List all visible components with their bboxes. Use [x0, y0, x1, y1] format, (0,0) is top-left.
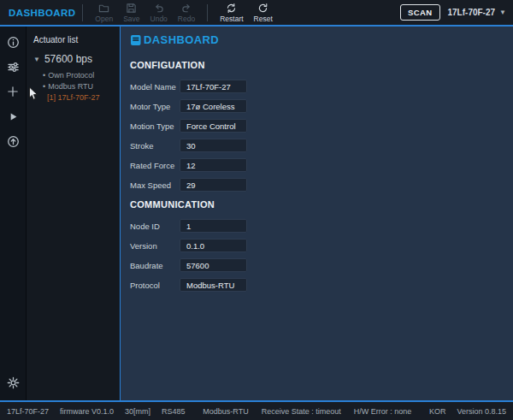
section-title: CONFIGUATION	[130, 60, 513, 70]
status-item: H/W Error : none	[354, 407, 412, 416]
section-communication: COMMUNICATIONNode IDVersionBaudrateProto…	[130, 199, 513, 292]
field-row: Motor Type	[130, 99, 513, 113]
undo-icon	[153, 3, 164, 14]
toolbar-button-label: Redo	[178, 15, 195, 23]
status-item: Modbus-RTU	[203, 407, 248, 416]
tree-item[interactable]: •Modbus RTU	[33, 81, 113, 92]
version-input[interactable]	[180, 239, 247, 252]
motor-type-input[interactable]	[180, 99, 247, 113]
redo-button[interactable]: Redo	[173, 2, 200, 24]
device-selector-dropdown[interactable]: 17Lf-70F-27 ▼	[448, 8, 507, 17]
app-body: Actuator list ▼ 57600 bps •Own Protocol•…	[0, 27, 513, 400]
sidebar-icon-stack	[3, 33, 22, 157]
status-item: KOR	[429, 407, 446, 416]
toolbar-button-label: Reset	[254, 15, 273, 23]
floppy-icon	[126, 3, 137, 14]
tree-node-baudrate[interactable]: ▼ 57600 bps	[33, 53, 113, 65]
tree-item-label: [1] 17Lf-70F-27	[47, 93, 100, 102]
reset-button[interactable]: Reset	[249, 2, 278, 24]
field-label: Motor Type	[130, 102, 180, 111]
baudrate-input[interactable]	[180, 258, 247, 272]
device-selector-label: 17Lf-70F-27	[448, 8, 496, 17]
protocol-input[interactable]	[180, 278, 247, 292]
actuator-list-panel: Actuator list ▼ 57600 bps •Own Protocol•…	[26, 27, 120, 400]
folder-icon	[98, 3, 109, 14]
toolbar-button-label: Undo	[150, 15, 168, 23]
info-icon[interactable]	[3, 33, 22, 51]
field-row: Motion Type	[130, 119, 513, 133]
undo-button[interactable]: Undo	[145, 2, 173, 24]
toolbar-button-label: Restart	[220, 15, 243, 23]
field-label: Baudrate	[130, 261, 180, 270]
status-item: Version 0.8.15	[457, 407, 506, 416]
toolbar-button-label: Save	[123, 15, 139, 23]
field-row: Baudrate	[130, 258, 513, 272]
plus-icon[interactable]	[3, 82, 22, 101]
app-window: DASHBOARD OpenSaveUndoRedoRestartReset S…	[0, 0, 513, 420]
bullet-icon: •	[43, 82, 45, 91]
toolbar-divider	[82, 4, 83, 21]
tree-children: •Own Protocol•Modbus RTU[1] 17Lf-70F-27	[33, 70, 113, 104]
main-content: DASHBOARD CONFIGUATIONModel NameMotor Ty…	[120, 27, 513, 400]
tree-root-label: 57600 bps	[44, 53, 92, 65]
status-bar: 17Lf-70F-27firmware V0.1.030[mm]RS485 Mo…	[0, 400, 513, 420]
field-label: Version	[130, 241, 180, 251]
field-label: Node ID	[130, 222, 180, 231]
status-item: 30[mm]	[125, 407, 150, 416]
toolbar-button-label: Open	[95, 15, 113, 23]
play-icon[interactable]	[3, 107, 22, 126]
restart-button[interactable]: Restart	[215, 2, 248, 24]
tree-item-label: Modbus RTU	[48, 82, 93, 91]
app-logo: DASHBOARD	[9, 8, 75, 18]
motion-type-input[interactable]	[180, 119, 247, 133]
tree-item-selected-actuator[interactable]: [1] 17Lf-70F-27	[33, 92, 113, 104]
open-button[interactable]: Open	[90, 2, 118, 24]
gear-icon[interactable]	[3, 373, 22, 392]
save-button[interactable]: Save	[118, 2, 144, 24]
dashboard-header: DASHBOARD	[130, 33, 513, 46]
field-row: Protocol	[130, 278, 513, 292]
tree-item[interactable]: •Own Protocol	[33, 70, 113, 81]
section-configuation: CONFIGUATIONModel NameMotor TypeMotion T…	[130, 60, 513, 192]
field-row: Stroke	[130, 139, 513, 152]
field-label: Model Name	[130, 82, 180, 92]
stroke-input[interactable]	[180, 139, 247, 152]
field-row: Version	[130, 239, 513, 252]
page-title: DASHBOARD	[144, 33, 219, 46]
status-left-group: 17Lf-70F-27firmware V0.1.030[mm]RS485	[7, 407, 186, 416]
field-row: Node ID	[130, 219, 513, 233]
status-item: 17Lf-70F-27	[7, 407, 49, 416]
field-row: Model Name	[130, 80, 513, 93]
redo-icon	[181, 3, 192, 14]
scan-button[interactable]: SCAN	[400, 4, 440, 21]
field-label: Protocol	[130, 281, 180, 290]
field-label: Stroke	[130, 141, 180, 151]
status-item: Receive State : timeout	[262, 407, 341, 416]
field-row: Rated Force	[130, 158, 513, 172]
restart-icon	[226, 3, 237, 14]
upload-icon[interactable]	[3, 132, 22, 151]
status-center-group: Modbus-RTUReceive State : timeoutH/W Err…	[186, 407, 429, 416]
field-label: Motion Type	[130, 121, 180, 131]
status-item: firmware V0.1.0	[60, 407, 114, 416]
status-item: RS485	[162, 407, 186, 416]
sections-container: CONFIGUATIONModel NameMotor TypeMotion T…	[130, 60, 513, 292]
chevron-down-icon: ▼	[499, 9, 506, 16]
tree-collapse-icon[interactable]: ▼	[33, 56, 40, 63]
field-row: Max Speed	[130, 178, 513, 192]
icon-sidebar	[0, 27, 26, 400]
field-label: Rated Force	[130, 161, 180, 170]
toolbar-button-groups: OpenSaveUndoRedoRestartReset	[90, 2, 277, 24]
section-title: COMMUNICATION	[130, 199, 513, 210]
dashboard-book-icon	[130, 34, 142, 46]
model-name-input[interactable]	[180, 80, 247, 93]
reset-icon	[257, 3, 268, 14]
actuator-list-title: Actuator list	[33, 35, 113, 44]
sliders-icon[interactable]	[3, 57, 22, 76]
field-label: Max Speed	[130, 180, 180, 190]
max-speed-input[interactable]	[180, 178, 247, 192]
bullet-icon: •	[43, 71, 45, 80]
tree-item-label: Own Protocol	[48, 71, 94, 80]
rated-force-input[interactable]	[180, 158, 247, 172]
node-id-input[interactable]	[180, 219, 247, 233]
